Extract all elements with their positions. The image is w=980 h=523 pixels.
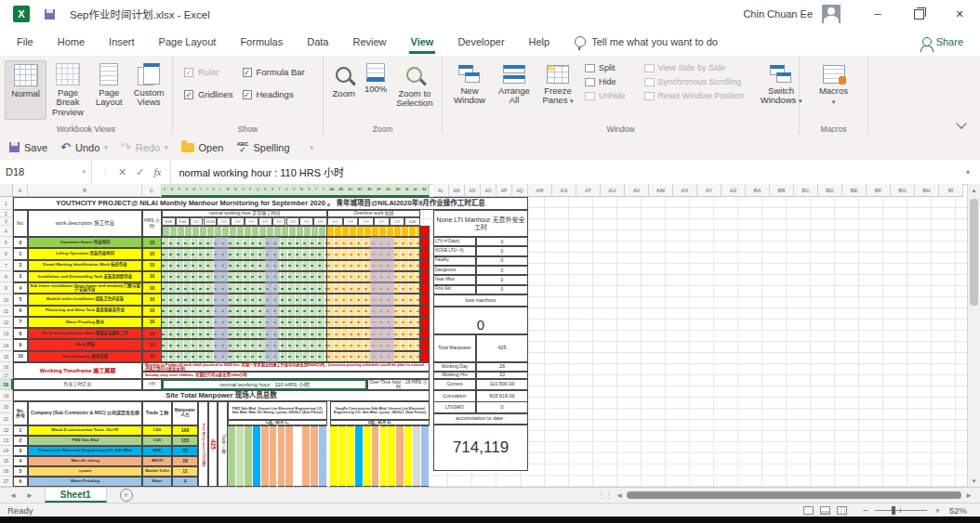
block-d-trade-strip[interactable]: [330, 425, 338, 487]
hour-strip-red[interactable]: [420, 226, 430, 237]
column-header-BE[interactable]: BE: [842, 184, 867, 197]
sheet-title-cell[interactable]: YOUTHCITY PROJECT@ NILAI Monthly Manhour…: [13, 197, 528, 210]
row-header-16[interactable]: 16: [0, 362, 13, 372]
company-trade-cell[interactable]: C&S: [142, 436, 172, 446]
new-sheet-button[interactable]: +: [120, 489, 133, 502]
task-description-cell[interactable]: Lifting Operation 吊装作业时间: [28, 248, 142, 259]
column-header-AN[interactable]: AN: [465, 184, 481, 197]
zoom-slider-thumb[interactable]: [892, 506, 895, 515]
column-header-BA[interactable]: BA: [746, 184, 770, 197]
task-hrs-cell[interactable]: 10: [142, 271, 162, 282]
company-trade-cell[interactable]: Water: [142, 477, 172, 487]
hour-strip-normal[interactable]: [162, 226, 327, 237]
stat-value-cell[interactable]: 110,500.00: [476, 379, 528, 390]
gantt-normal-hours[interactable]: [162, 317, 327, 328]
company-no-cell[interactable]: 4: [13, 456, 28, 466]
block-d-trade-strip[interactable]: [380, 425, 389, 487]
company-header-name[interactable]: Company (Sub Contractor & NSC) 公司或劳务名称: [28, 401, 142, 425]
task-hrs-cell[interactable]: 10: [142, 317, 162, 328]
gantt-red-cell[interactable]: [420, 339, 430, 350]
horizontal-scrollbar-thumb[interactable]: [627, 491, 961, 499]
gantt-normal-hours[interactable]: [162, 328, 327, 339]
site-total-manpower-title[interactable]: Site Total Manpower 现场人员总数: [13, 390, 430, 401]
task-no-cell[interactable]: 1: [13, 248, 28, 259]
company-name-cell[interactable]: Block D construction Team -GL/YF: [28, 425, 142, 436]
task-hrs-cell[interactable]: 10: [142, 339, 162, 350]
vertical-total-manpower[interactable]: Total Manpower人员总数: [198, 401, 208, 487]
row-header-4[interactable]: 4: [0, 226, 13, 237]
column-header-A[interactable]: A: [13, 184, 28, 197]
row-header-1[interactable]: 1: [0, 197, 13, 210]
company-header-trade[interactable]: Trade 工种: [142, 401, 172, 425]
task-description-cell[interactable]: RC Rebar Installation Work 钢筋安装绑扎工作: [28, 328, 142, 339]
page-break-shortcut-icon[interactable]: [837, 506, 847, 515]
select-all-corner[interactable]: [0, 184, 13, 197]
column-header-AW[interactable]: AW: [649, 184, 673, 197]
block-c-trade-strip[interactable]: [302, 425, 311, 487]
task-no-cell[interactable]: 10: [13, 351, 28, 362]
row-header-13[interactable]: 13: [0, 328, 13, 340]
time-header-cell[interactable]: 11:00: [204, 217, 218, 226]
time-header-cell[interactable]: 9:00: [176, 217, 190, 226]
task-hrs-cell[interactable]: 15: [142, 237, 162, 248]
zoom-in-button[interactable]: +: [934, 505, 940, 516]
company-manpower-cell[interactable]: 135: [172, 436, 198, 446]
block-d-trade-strip[interactable]: [396, 425, 404, 487]
company-manpower-cell[interactable]: 42: [172, 446, 198, 456]
vertical-scrollbar-thumb[interactable]: [970, 199, 978, 306]
column-header-AR[interactable]: AR: [528, 184, 552, 197]
block-d-trade-strip[interactable]: [355, 425, 364, 487]
normal-view-shortcut-icon[interactable]: [803, 506, 814, 515]
gantt-normal-hours[interactable]: [162, 339, 327, 350]
stat-value-cell[interactable]: 10: [476, 372, 528, 379]
vertical-scrollbar[interactable]: ▲ ▼: [967, 184, 980, 487]
time-header-cell[interactable]: ###: [374, 217, 390, 226]
block-c-trade-strip[interactable]: [278, 425, 286, 487]
gantt-red-cell[interactable]: [420, 351, 430, 362]
time-header-cell[interactable]: ###: [358, 217, 374, 226]
summary-label-cell[interactable]: 作业工时汇总: [13, 379, 142, 390]
header-hrs-cell[interactable]: HRS 小时: [142, 210, 162, 237]
block-d-trade-strip[interactable]: [404, 425, 413, 487]
gantt-normal-hours[interactable]: [162, 248, 327, 259]
company-header-no[interactable]: No. 序号: [13, 401, 28, 425]
tab-split-grip[interactable]: ⋮⋮: [597, 491, 612, 500]
block-d-trade-strip[interactable]: [364, 425, 372, 487]
column-header-AT[interactable]: AT: [576, 184, 601, 197]
task-description-cell[interactable]: Housekeeping 现场清理: [28, 351, 142, 362]
stat-label-cell[interactable]: Total Manpower: [433, 334, 476, 362]
time-header-cell[interactable]: ###: [299, 217, 313, 226]
column-headers-d-ak-selected[interactable]: DEFGHIJKLMNOPQRSTUVWXYZAAABACADAEAFAGAHA…: [162, 184, 430, 197]
hscroll-left-arrow-icon[interactable]: ◄: [616, 491, 623, 500]
column-header-AO[interactable]: AO: [481, 184, 497, 197]
row-header-2[interactable]: 2: [0, 210, 13, 217]
scroll-up-arrow-icon[interactable]: ▲: [968, 184, 980, 196]
hour-strip-overtime[interactable]: [327, 226, 420, 237]
gantt-normal-hours[interactable]: [162, 237, 327, 248]
timeframe-line1[interactable]: Monday to Friday all task shall proceed …: [142, 362, 430, 372]
time-header-cell[interactable]: 8:00: [162, 217, 176, 226]
summary-overtime-cell[interactable]: Over Time hour : 16 HRS 小时: [367, 379, 430, 390]
column-header-BH[interactable]: BH: [915, 184, 939, 197]
task-no-cell[interactable]: 3: [13, 271, 28, 282]
zoom-level[interactable]: 52%: [949, 505, 967, 516]
time-header-cell[interactable]: ###: [327, 217, 343, 226]
task-hrs-cell[interactable]: 10: [142, 294, 162, 305]
worksheet-grid[interactable]: YOUTHCITY PROJECT@ NILAI Monthly Manhour…: [0, 0, 980, 523]
task-hrs-cell[interactable]: 15: [142, 248, 162, 259]
task-hrs-cell[interactable]: 10: [142, 260, 162, 271]
header-normal-hours-cell[interactable]: normal working hour 正常施工时间: [162, 210, 327, 217]
column-header-AP[interactable]: AP: [497, 184, 512, 197]
time-header-cell[interactable]: ###: [390, 217, 405, 226]
task-no-cell[interactable]: 5: [13, 294, 28, 305]
block-c-trade-strip[interactable]: [319, 425, 327, 487]
column-header-BB[interactable]: BB: [770, 184, 794, 197]
row-header-24[interactable]: 24: [0, 446, 13, 456]
time-header-cell[interactable]: ###: [286, 217, 300, 226]
header-overtime-cell[interactable]: Overtime work 加班: [327, 210, 420, 217]
sheet-tab-sheet1[interactable]: Sheet1: [45, 488, 107, 503]
safety-label-cell[interactable]: NONE LTI(< 4): [433, 246, 476, 255]
gantt-normal-hours[interactable]: [162, 294, 327, 305]
block-c-trade-strip[interactable]: [245, 425, 253, 487]
header-none-lti-cell[interactable]: None LTI Manhour 无意外安全工时: [433, 210, 528, 237]
